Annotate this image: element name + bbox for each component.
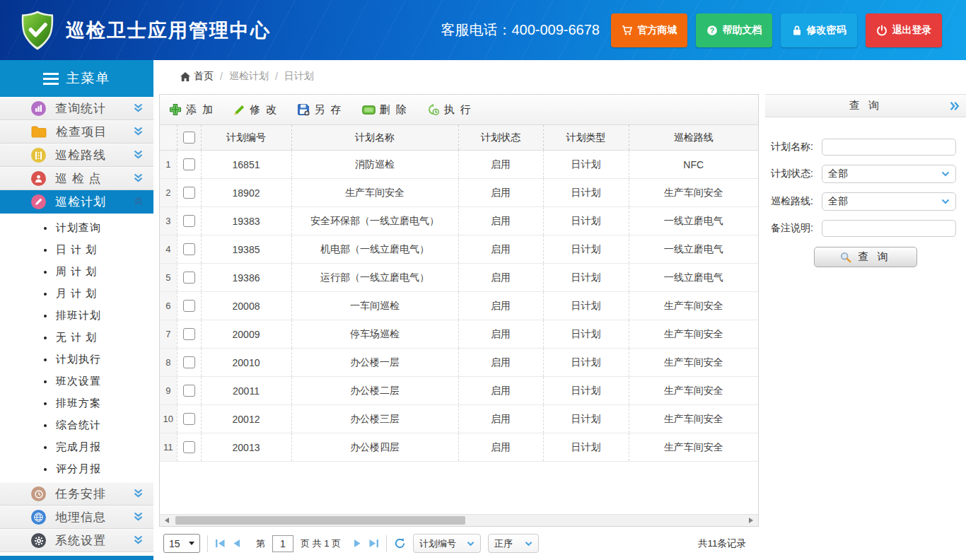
chevron-down-icon (525, 541, 533, 547)
save-as-button[interactable]: 另 存 (297, 103, 342, 117)
row-checkbox[interactable] (183, 441, 195, 453)
table-row[interactable]: 920011办公楼二层启用日计划生产车间安全 (160, 377, 758, 405)
chevron-double-down-icon (133, 172, 144, 186)
change-password-button[interactable]: 修改密码 (781, 13, 857, 47)
search-button[interactable]: 查 询 (814, 247, 917, 267)
submenu-month-plan[interactable]: 月 计 划 (0, 283, 153, 305)
table-row[interactable]: 218902生产车间安全启用日计划生产车间安全 (160, 179, 758, 207)
execute-icon (427, 103, 440, 116)
table-row[interactable]: 720009停车场巡检启用日计划生产车间安全 (160, 320, 758, 349)
sort-field-select[interactable]: 计划编号 (413, 534, 481, 553)
remark-input[interactable] (822, 220, 956, 237)
scroll-left-arrow[interactable] (161, 515, 173, 526)
table-row[interactable]: 1020012办公楼三层启用日计划生产车间安全 (160, 405, 758, 433)
execute-button[interactable]: 执 行 (427, 103, 472, 117)
table-row[interactable]: 519386运行部（一线立磨电气）启用日计划一线立磨电气 (160, 264, 758, 292)
row-checkbox[interactable] (183, 328, 195, 340)
sidebar-item-inspection-routes[interactable]: 巡检路线 (0, 144, 153, 167)
sidebar-item-check-items[interactable]: 检查项目 (0, 120, 153, 144)
sort-order-select[interactable]: 正序 (488, 534, 539, 553)
row-checkbox[interactable] (183, 300, 195, 312)
submenu-shift-scheme[interactable]: 排班方案 (0, 392, 153, 414)
horizontal-scrollbar[interactable] (160, 514, 758, 526)
sidebar-item-inspection-points[interactable]: 巡 检 点 (0, 167, 153, 190)
table-row[interactable]: 820010办公楼一层启用日计划生产车间安全 (160, 349, 758, 377)
last-page-button[interactable] (368, 539, 379, 548)
submenu-day-plan[interactable]: 日 计 划 (0, 239, 153, 261)
table-header-row: 计划编号计划名称计划状态计划类型巡检路线 (160, 125, 758, 151)
edit-button[interactable]: 修 改 (233, 103, 278, 117)
plan-type-cell: 日计划 (543, 151, 629, 179)
help-icon: ? (706, 25, 718, 36)
help-docs-button[interactable]: ?帮助文档 (696, 13, 772, 47)
submenu-plan-execution[interactable]: 计划执行 (0, 349, 153, 371)
page-size-select[interactable]: 15 (163, 534, 200, 553)
sidebar-item-task-arrangement[interactable]: 任务安排 (0, 482, 153, 506)
plan-status-cell: 启用 (458, 207, 543, 235)
plan-type-cell: 日计划 (543, 320, 629, 349)
next-page-button[interactable] (354, 539, 361, 548)
row-checkbox[interactable] (183, 158, 195, 170)
plan-status-select[interactable]: 全部 (822, 165, 956, 183)
row-checkbox[interactable] (183, 243, 195, 255)
submenu-completion-report[interactable]: 完成月报 (0, 436, 153, 458)
table-row[interactable]: 116851消防巡检启用日计划NFC (160, 151, 758, 179)
submenu-score-report[interactable]: 评分月报 (0, 458, 153, 480)
sidebar-item-inspection-plans[interactable]: 巡检计划 (0, 190, 153, 214)
submenu-day-plan-label: 日 计 划 (56, 243, 97, 257)
row-number-cell: 7 (160, 320, 177, 349)
prev-page-button[interactable] (233, 539, 240, 548)
submenu-no-plan[interactable]: 无 计 划 (0, 327, 153, 349)
row-checkbox[interactable] (183, 187, 195, 199)
column-header[interactable]: 计划类型 (543, 125, 629, 151)
table-row[interactable]: 419385机电部（一线立磨电气）启用日计划一线立磨电气 (160, 235, 758, 264)
delete-button[interactable]: 删 除 (362, 103, 408, 117)
row-checkbox[interactable] (183, 413, 195, 425)
header-buttons: 官方商城?帮助文档修改密码退出登录 (611, 13, 942, 47)
refresh-button[interactable] (394, 537, 406, 549)
table-row[interactable]: 319383安全环保部（一线立磨电气）启用日计划一线立磨电气 (160, 207, 758, 235)
table-row[interactable]: 1120013办公楼四层启用日计划生产车间安全 (160, 433, 758, 462)
row-checkbox[interactable] (183, 272, 195, 284)
plans-table: 计划编号计划名称计划状态计划类型巡检路线116851消防巡检启用日计划NFC21… (160, 125, 758, 462)
sidebar-item-query-stats[interactable]: 查询统计 (0, 97, 153, 120)
column-header[interactable]: 计划编号 (201, 125, 291, 151)
app-header: 巡检卫士应用管理中心 客服电话：400-009-6678 官方商城?帮助文档修改… (0, 0, 966, 60)
logout-button-label: 退出登录 (892, 24, 932, 37)
official-store-button[interactable]: 官方商城 (611, 13, 687, 47)
submenu-comprehensive-stats[interactable]: 综合统计 (0, 414, 153, 436)
table-row[interactable]: 620008一车间巡检启用日计划生产车间安全 (160, 292, 758, 320)
page-number-input[interactable] (272, 535, 293, 552)
logout-button[interactable]: 退出登录 (866, 13, 942, 47)
column-header[interactable]: 计划状态 (458, 125, 543, 151)
column-header[interactable]: 巡检路线 (629, 125, 758, 151)
column-header[interactable]: 计划名称 (291, 125, 458, 151)
route-select[interactable]: 全部 (822, 192, 956, 211)
scroll-right-arrow[interactable] (745, 515, 757, 526)
breadcrumb-item-plans[interactable]: 巡检计划 (229, 70, 269, 83)
sidebar-item-geo-info[interactable]: 地理信息 (0, 506, 153, 529)
row-checkbox[interactable] (183, 356, 195, 368)
plan-route-cell: 生产车间安全 (629, 349, 758, 377)
row-checkbox[interactable] (183, 215, 195, 227)
submenu-shift-settings[interactable]: 班次设置 (0, 371, 153, 392)
chevron-down-icon (189, 542, 194, 545)
add-button[interactable]: 添 加 (169, 103, 214, 117)
scrollbar-thumb[interactable] (175, 516, 465, 525)
chevron-double-right-icon[interactable] (950, 100, 960, 112)
query-fields: 计划名称:计划状态:全部巡检路线:全部备注说明: (765, 117, 966, 237)
row-checkbox[interactable] (183, 385, 195, 397)
saveas-icon (297, 103, 310, 116)
select-all-checkbox[interactable] (183, 132, 195, 144)
search-icon (840, 252, 851, 263)
submenu-week-plan[interactable]: 周 计 划 (0, 261, 153, 283)
query-field-row: 计划名称: (771, 139, 956, 156)
plan-name-input[interactable] (822, 139, 956, 156)
plan-status-select-value: 全部 (828, 168, 848, 180)
submenu-plan-query[interactable]: 计划查询 (0, 217, 153, 239)
first-page-button[interactable] (215, 539, 226, 548)
breadcrumb-home[interactable]: 首页 (180, 70, 214, 83)
plan-id-cell: 20011 (201, 377, 291, 405)
sidebar-item-system-settings[interactable]: 系统设置 (0, 529, 153, 552)
submenu-shift-plan[interactable]: 排班计划 (0, 305, 153, 327)
